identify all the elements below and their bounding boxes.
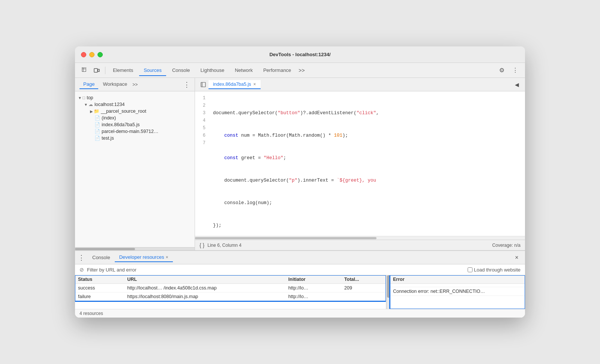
arrow-icon: ▼ — [84, 103, 88, 107]
status-position: Line 6, Column 4 — [207, 243, 242, 248]
tree-item-parcel-main[interactable]: 📄 parcel-demo-main.59712… — [92, 128, 195, 135]
tab-network[interactable]: Network — [230, 65, 257, 76]
bottom-status: 4 resources — [75, 309, 525, 318]
code-line-3: const greet = "Hello"; — [213, 154, 520, 162]
code-line-4: document.querySelector("p").innerText = … — [213, 177, 520, 184]
table-row[interactable] — [390, 284, 525, 287]
status-coverage: Coverage: n/a — [492, 243, 520, 248]
cell-initiator: http://lo… — [285, 284, 341, 292]
tree-item-test[interactable]: 📄 test.js — [92, 135, 195, 142]
cell-url: https://localhost:8080/main.js.map — [124, 292, 285, 301]
cell-error: Connection error: net::ERR_CONNECTIO… — [390, 287, 525, 296]
tree-item-index-js[interactable]: 📄 index.86da7ba5.js — [92, 121, 195, 128]
sidebar-toggle-icon[interactable] — [198, 79, 208, 90]
cell-status: success — [75, 284, 124, 292]
more-options-icon[interactable]: ⋮ — [510, 65, 520, 76]
toolbar-separator — [105, 67, 105, 74]
more-panel-tabs-icon[interactable]: >> — [132, 82, 138, 87]
tab-console[interactable]: Console — [168, 65, 195, 76]
tab-dev-resources[interactable]: Developer resources × — [115, 253, 173, 262]
arrow-icon: ▶ — [90, 109, 93, 113]
cell-status: failure — [75, 292, 124, 301]
cell-total: 209 — [341, 284, 386, 292]
maximize-button[interactable] — [98, 52, 103, 57]
settings-icon[interactable]: ⚙ — [496, 65, 507, 76]
tab-dev-resources-label: Developer resources — [119, 254, 164, 260]
tab-workspace[interactable]: Workspace — [99, 80, 131, 89]
tree-item-index[interactable]: 📄 (index) — [92, 115, 195, 121]
tab-console-bottom[interactable]: Console — [88, 253, 115, 262]
window-title: DevTools - localhost:1234/ — [269, 52, 330, 57]
tab-lighthouse[interactable]: Lighthouse — [196, 65, 229, 76]
tree-item-label: index.86da7ba5.js — [102, 122, 140, 127]
vertical-scrollbar[interactable] — [386, 275, 390, 309]
cell-total — [341, 292, 386, 301]
toolbar-right: ⚙ ⋮ — [496, 65, 520, 76]
cloud-icon: ☁ — [88, 102, 93, 107]
tree-item-label: parcel-demo-main.59712… — [102, 129, 158, 134]
panel-actions-icon[interactable]: ⋮ — [183, 81, 190, 89]
col-error: Error — [390, 275, 525, 284]
tree-item-top[interactable]: ▼ □ top — [75, 94, 195, 101]
col-initiator[interactable]: Initiator — [285, 275, 341, 284]
code-area: 1 2 3 4 5 6 7 document.querySelector("bu… — [195, 91, 525, 240]
svg-rect-5 — [201, 82, 206, 87]
tab-performance[interactable]: Performance — [259, 65, 296, 76]
tab-elements[interactable]: Elements — [108, 65, 138, 76]
line-numbers: 1 2 3 4 5 6 7 — [195, 91, 208, 236]
resource-count: 4 resources — [80, 311, 103, 316]
bottom-panel-header: ⋮ Console Developer resources × × — [75, 251, 525, 264]
filter-label: Filter by URL and error — [87, 267, 136, 273]
bottom-panel: ⋮ Console Developer resources × × ⊘ Filt… — [75, 250, 525, 318]
minimize-button[interactable] — [89, 52, 94, 57]
inspect-element-icon[interactable] — [80, 65, 90, 76]
file-tree: ▼ □ top ▼ ☁ localhost:1234 ▶ 📁 __parcel_… — [75, 91, 195, 247]
tab-sources[interactable]: Sources — [139, 65, 166, 76]
col-total: Total... — [341, 275, 386, 284]
code-scrollbar-thumb — [195, 237, 376, 239]
svg-rect-0 — [82, 68, 86, 72]
code-lines[interactable]: document.querySelector("button")?.addEve… — [208, 91, 525, 236]
col-url: URL — [124, 275, 285, 284]
code-line-6: }); — [213, 222, 520, 229]
editor-panel: index.86da7ba5.js × ◀ 1 2 3 4 5 — [195, 78, 525, 250]
file-icon: 📄 — [94, 115, 100, 121]
editor-tab-index-js[interactable]: index.86da7ba5.js × — [208, 80, 261, 89]
tree-item-label: localhost:1234 — [94, 102, 125, 107]
error-table: Error Connection error: net::ERR_CONNECT… — [390, 275, 525, 296]
code-line-1: document.querySelector("button")?.addEve… — [213, 109, 520, 117]
bottom-panel-dots-icon[interactable]: ⋮ — [78, 254, 85, 262]
load-through-website-checkbox[interactable] — [468, 267, 472, 272]
cell-url: http://localhost… /index.4a508c1d.css.ma… — [124, 284, 285, 292]
code-scrollbar-h[interactable] — [195, 236, 525, 240]
more-tabs-icon[interactable]: >> — [298, 67, 304, 73]
bottom-panel-close-icon[interactable]: × — [512, 252, 522, 263]
table-row[interactable]: Connection error: net::ERR_CONNECTIO… — [390, 287, 525, 296]
table-row[interactable]: failure https://localhost:8080/main.js.m… — [75, 292, 386, 301]
editor-panel-collapse-icon[interactable]: ◀ — [512, 79, 522, 90]
table-row[interactable]: success http://localhost… /index.4a508c1… — [75, 284, 386, 292]
editor-tab-close-icon[interactable]: × — [253, 82, 256, 87]
resource-table-right: Error Connection error: net::ERR_CONNECT… — [390, 275, 525, 309]
left-panel: Page Workspace >> ⋮ ▼ □ top ▼ ☁ local — [75, 78, 195, 250]
dev-resources-close-icon[interactable]: × — [166, 255, 168, 260]
device-toolbar-icon[interactable] — [92, 65, 102, 76]
tree-item-localhost[interactable]: ▼ ☁ localhost:1234 — [81, 101, 195, 108]
tree-item-label: test.js — [102, 136, 114, 141]
file-tree-scrollbar-h[interactable] — [75, 247, 195, 250]
traffic-lights — [81, 52, 103, 57]
status-column-highlight: Status URL Initiator Total... success ht… — [75, 275, 386, 301]
title-bar: DevTools - localhost:1234/ — [75, 46, 525, 63]
tree-item-label: top — [87, 95, 93, 100]
cell-error — [390, 284, 525, 287]
tree-item-parcel-root[interactable]: ▶ 📁 __parcel_source_root — [87, 108, 195, 115]
format-icon[interactable]: { } — [200, 242, 204, 248]
tab-page[interactable]: Page — [80, 80, 98, 89]
arrow-icon: ▼ — [78, 96, 82, 100]
scrollbar-thumb — [387, 275, 390, 298]
close-button[interactable] — [81, 52, 86, 57]
scrollbar-thumb — [75, 248, 135, 250]
col-status: Status — [75, 275, 124, 284]
code-line-2: const num = Math.floor(Math.random() * 1… — [213, 132, 520, 139]
file-icon: 📄 — [94, 122, 100, 127]
